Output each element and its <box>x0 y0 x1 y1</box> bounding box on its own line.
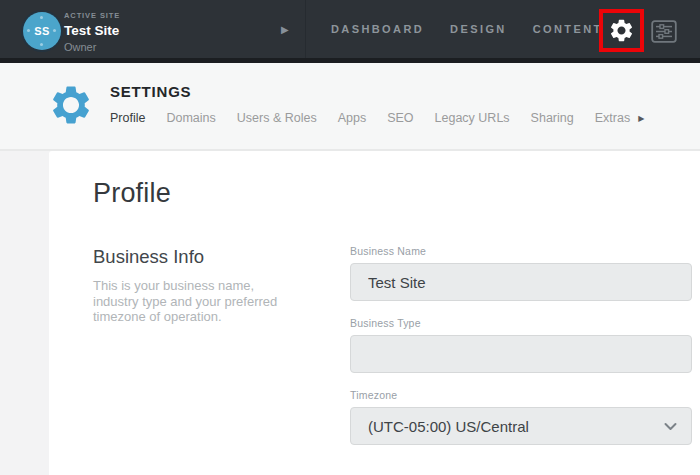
business-info-section: Business Info This is your business name… <box>93 246 333 325</box>
settings-tabs: Profile Domains Users & Roles Apps SEO L… <box>110 111 644 125</box>
active-site-label: ACTIVE SITE <box>64 11 120 20</box>
topbar-divider <box>305 0 306 58</box>
tab-profile[interactable]: Profile <box>110 111 145 125</box>
settings-header: SETTINGS Profile Domains Users & Roles A… <box>0 63 700 151</box>
main-nav: DASHBOARD DESIGN CONTENT <box>331 0 603 58</box>
settings-title: SETTINGS <box>110 83 644 100</box>
profile-panel: Profile Business Info This is your busin… <box>49 151 700 475</box>
tab-seo[interactable]: SEO <box>387 111 413 125</box>
avatar-decoration <box>40 16 43 19</box>
page-title: Profile <box>93 178 171 209</box>
nav-content[interactable]: CONTENT <box>533 23 603 35</box>
gear-icon <box>608 17 635 44</box>
tab-users-roles[interactable]: Users & Roles <box>237 111 317 125</box>
site-avatar[interactable]: SS <box>23 12 61 50</box>
tab-extras[interactable]: Extras <box>595 111 630 125</box>
business-type-input[interactable] <box>350 335 692 373</box>
tab-sharing[interactable]: Sharing <box>531 111 574 125</box>
top-bar: SS ACTIVE SITE Test Site Owner ▶ DASHBOA… <box>0 0 700 63</box>
timezone-selected-value: (UTC-05:00) US/Central <box>368 418 529 435</box>
site-name: Test Site <box>64 23 120 38</box>
nav-design[interactable]: DESIGN <box>450 23 507 35</box>
site-expand-arrow-icon[interactable]: ▶ <box>281 24 289 35</box>
business-type-label: Business Type <box>350 317 692 329</box>
business-name-field-group: Business Name <box>350 245 692 301</box>
business-name-input[interactable] <box>350 263 692 301</box>
business-type-field-group: Business Type <box>350 317 692 373</box>
site-meta[interactable]: ACTIVE SITE Test Site Owner <box>64 11 120 53</box>
tab-apps[interactable]: Apps <box>338 111 367 125</box>
timezone-field-group: Timezone (UTC-05:00) US/Central <box>350 389 692 445</box>
site-role: Owner <box>64 41 120 53</box>
avatar-initials: SS <box>34 25 50 37</box>
timezone-select[interactable]: (UTC-05:00) US/Central <box>350 407 692 445</box>
sliders-panel-icon <box>651 20 677 43</box>
nav-dashboard[interactable]: DASHBOARD <box>331 23 424 35</box>
editor-panel-button[interactable] <box>651 20 677 43</box>
business-info-form: Business Name Business Type Timezone (UT… <box>350 245 692 461</box>
business-info-description: This is your business name, industry typ… <box>93 278 333 325</box>
settings-gear-button[interactable] <box>599 9 644 52</box>
settings-blue-gear-icon <box>48 82 94 128</box>
tab-domains[interactable]: Domains <box>166 111 215 125</box>
tab-legacy-urls[interactable]: Legacy URLs <box>435 111 510 125</box>
timezone-label: Timezone <box>350 389 692 401</box>
main-area: Profile Business Info This is your busin… <box>0 151 700 475</box>
tabs-overflow-arrow-icon[interactable]: ▶ <box>638 114 644 123</box>
business-name-label: Business Name <box>350 245 692 257</box>
chevron-down-icon <box>664 422 677 431</box>
business-info-heading: Business Info <box>93 246 333 268</box>
